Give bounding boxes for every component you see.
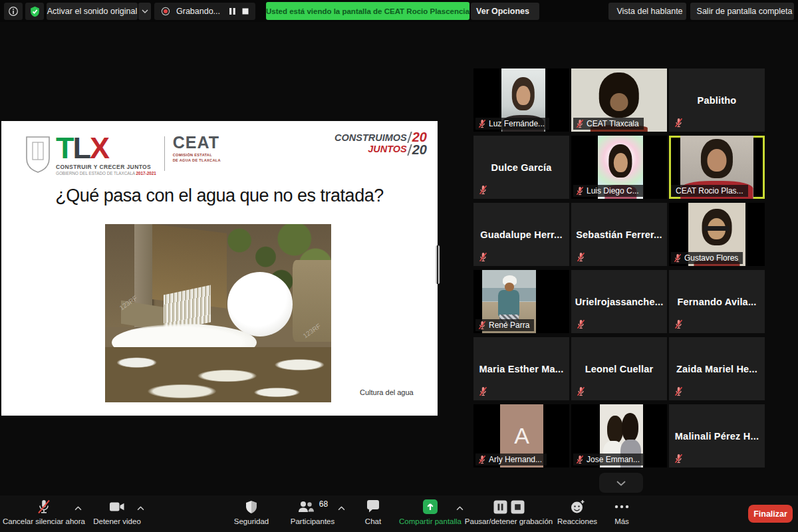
mic-options-caret[interactable] [74,506,82,511]
pause-recording-icon[interactable] [229,7,236,15]
unmute-button[interactable]: Cancelar silenciar ahora [0,498,88,530]
pause-recording-icon[interactable] [493,500,507,514]
grid-scroll-down-button[interactable] [599,473,643,493]
chevron-down-icon [142,9,148,13]
reactions-smiley-icon [570,499,585,514]
recording-panel: Grabando... [154,3,255,20]
more-button[interactable]: Más [602,498,641,530]
participant-name-tag: CEAT Tlaxcala [573,118,644,130]
participant-tile[interactable]: Zaida Mariel He... [669,337,765,400]
participant-tile[interactable]: Pablitho [669,68,765,132]
participant-tile[interactable]: Urielrojassanche... [571,270,667,333]
muted-mic-icon [478,119,486,128]
share-scrollbar-thumb[interactable] [436,245,440,284]
original-audio-label: Activar el sonido original [47,7,138,16]
participant-name-tag: Arly Hernand... [475,454,547,466]
exit-fullscreen-button[interactable]: Salir de pantalla completa [690,3,794,20]
participant-name-tag: René Parra [475,319,534,331]
participant-tile[interactable]: CEAT Tlaxcala [571,68,667,132]
participant-grid: Luz Fernánde... CEAT Tlaxcala Pablitho D… [473,68,765,467]
participants-button[interactable]: 68 Participantes [279,498,346,530]
video-options-caret[interactable] [137,506,144,511]
participant-tile[interactable]: Leonel Cuellar [571,337,667,400]
original-audio-dropdown[interactable] [138,3,151,20]
muted-mic-icon [577,319,585,329]
muted-mic-icon [674,386,683,396]
speaker-view-button[interactable]: Vista del hablante [608,3,686,20]
mic-muted-icon [37,499,51,515]
bottom-toolbar: Cancelar silenciar ahora Detener video S… [0,495,798,532]
photo-foam-streaks [105,347,331,402]
participant-tile[interactable]: Jose Emman... [571,404,667,467]
muted-mic-icon [479,386,487,396]
share-screen-button[interactable]: Compartir pantalla [396,498,464,530]
muted-mic-icon [674,118,683,128]
recording-label: Grabando... [176,7,223,16]
participant-name-tag: Gustavo Flores [671,252,743,264]
original-audio-button[interactable]: Activar el sonido original [47,3,138,20]
participant-tile[interactable]: René Parra [473,270,569,333]
chevron-down-icon [616,480,626,486]
encryption-shield-button[interactable] [25,3,44,20]
slide-logo-block: TLX CONSTRUIR Y CRECER JUNTOS GOBIERNO D… [24,134,221,176]
muted-mic-icon [576,119,584,128]
participant-tile[interactable]: A Arly Hernand... [473,404,569,467]
muted-mic-icon [479,252,487,262]
participants-icon [297,500,315,513]
muted-mic-icon [576,455,584,464]
stop-video-button[interactable]: Detener video [88,498,146,530]
stop-recording-icon[interactable] [511,500,525,514]
participant-name-tag: Luz Fernánde... [475,118,549,130]
construimos-juntos-badge: CONSTRUIMOS JUNTOS 20 20 [334,131,427,156]
participant-tile[interactable]: Sebastián Ferrer... [571,203,667,266]
security-shield-icon [29,6,41,17]
pause-stop-recording-button[interactable]: Pausar/detener grabación [464,498,553,530]
ceat-description: COMISIÓN ESTATAL DE AGUA DE TLAXCALA [173,153,221,163]
muted-mic-icon [479,185,487,195]
muted-mic-icon [577,252,585,262]
share-screen-icon [422,499,438,515]
share-options-caret[interactable] [456,506,464,511]
participant-tile[interactable]: Malinali Pérez H... [669,404,765,467]
security-button[interactable]: Seguridad [225,498,278,530]
muted-mic-icon [478,455,486,464]
participant-tile-active-speaker[interactable]: CEAT Rocio Plas... [669,136,765,199]
participant-name-tag: Luis Diego C... [573,185,644,197]
participant-tile[interactable]: Gustavo Flores [669,203,765,266]
reactions-button[interactable]: Reacciones [552,498,602,530]
participant-tile[interactable]: Luis Diego C... [571,136,667,199]
muted-mic-icon [577,386,585,396]
stop-recording-icon[interactable] [242,8,249,15]
slide-caption: Cultura del agua [360,388,414,396]
tlx-crest-icon [24,136,52,173]
muted-mic-icon [674,454,683,464]
muted-mic-icon [674,253,682,263]
shared-screen-slide: TLX CONSTRUIR Y CRECER JUNTOS GOBIERNO D… [1,121,438,416]
participant-tile[interactable]: Dulce García [473,136,569,199]
more-dots-icon [614,505,629,509]
slide-title: ¿Qué pasa con el agua que no es tratada? [1,186,438,206]
participant-tile[interactable]: Guadalupe Herr... [473,203,569,266]
tlx-tagline: CONSTRUIR Y CRECER JUNTOS [56,164,156,170]
view-options-button[interactable]: Ver Opciones [471,3,539,20]
video-camera-icon [109,501,125,513]
participant-tile[interactable]: Maria Esther Ma... [473,337,569,400]
participant-tile[interactable]: Luz Fernánde... [473,68,569,132]
participant-name-tag: Jose Emman... [573,454,644,466]
muted-mic-icon [478,321,486,330]
participants-options-caret[interactable] [338,506,345,511]
chat-bubble-icon [366,500,380,513]
top-bar: Activar el sonido original Grabando... U… [0,0,798,22]
slide-photo-wastewater: 123RF 123RF [105,224,331,402]
chat-button[interactable]: Chat [351,498,395,530]
meeting-info-button[interactable] [4,3,23,20]
security-shield-icon [245,500,257,514]
muted-mic-icon [576,186,584,196]
muted-mic-icon [674,319,683,329]
tlx-subtag: GOBIERNO DEL ESTADO DE TLAXCALA 2017-202… [56,171,156,176]
participant-name-tag: CEAT Rocio Plas... [671,185,748,197]
photo-foam-ball [227,272,293,336]
participant-tile[interactable]: Fernando Avila... [669,270,765,333]
logo-divider [164,136,165,171]
end-meeting-button[interactable]: Finalizar [748,505,793,523]
